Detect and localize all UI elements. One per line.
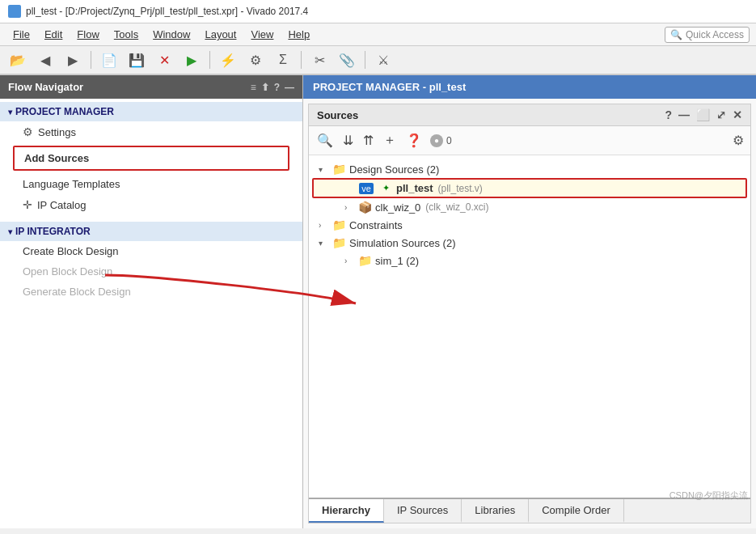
pm-chevron-icon: ▾	[8, 108, 12, 117]
menu-bar: File Edit Flow Tools Window Layout View …	[0, 23, 756, 46]
ip-catalog-item[interactable]: ✛ IP Catalog	[0, 194, 302, 215]
nav-help-icon[interactable]: ?	[274, 82, 280, 93]
constraints-row[interactable]: › 📁 Constraints	[312, 216, 747, 234]
ipi-title: IP INTEGRATOR	[15, 226, 91, 237]
ip-integrator-header[interactable]: ▾ IP INTEGRATOR	[0, 222, 302, 241]
design-sources-folder-icon: 📁	[332, 163, 346, 176]
settings-item[interactable]: ⚙ Settings	[0, 121, 302, 142]
sources-gear-icon[interactable]: ⚙	[733, 133, 744, 148]
watermark: CSDN@夕阳指尖流	[669, 490, 748, 502]
project-manager-section: ▾ PROJECT MANAGER ⚙ Settings Add Sources…	[0, 99, 302, 218]
toolbar-sep-1	[91, 51, 91, 69]
tab-compile-order[interactable]: Compile Order	[529, 499, 624, 523]
stop-button[interactable]: ✕	[153, 49, 175, 70]
flow-nav-header: Flow Navigator ≡ ⬆ ? —	[0, 75, 302, 99]
pll-test-label: pll_test	[396, 182, 433, 194]
sim-sources-folder-icon: 📁	[332, 236, 346, 249]
sources-status-circle: ●	[430, 134, 443, 147]
sources-help-icon[interactable]: ?	[665, 108, 672, 121]
pll-test-row[interactable]: ve ✦ pll_test (pll_test.v)	[312, 178, 747, 198]
sources-add-icon[interactable]: ＋	[382, 130, 398, 150]
forward-button[interactable]: ▶	[61, 49, 84, 70]
run-button[interactable]: ▶	[180, 49, 203, 70]
sim1-label: sim_1 (2)	[375, 255, 419, 267]
project-manager-header[interactable]: ▾ PROJECT MANAGER	[0, 102, 302, 121]
sim-sources-chevron: ▾	[319, 239, 328, 248]
sources-close-icon[interactable]: ✕	[733, 108, 742, 121]
settings-label: Settings	[38, 126, 76, 138]
toolbar-sep-3	[301, 51, 302, 69]
open-block-design-item: Open Block Design	[0, 261, 302, 282]
tab-ip-sources[interactable]: IP Sources	[384, 499, 462, 523]
sources-title: Sources	[317, 109, 358, 121]
sigma-button[interactable]: Σ	[272, 49, 294, 70]
tree-view: ▾ 📁 Design Sources (2) ve ✦ pll_test (pl…	[309, 155, 750, 498]
toolbar: 📂 ◀ ▶ 📄 💾 ✕ ▶ ⚡ ⚙ Σ ✂ 📎 ⚔	[0, 46, 756, 75]
new-file-button[interactable]: 📄	[98, 49, 120, 70]
sources-header: Sources ? — ⬜ ⤢ ✕	[309, 104, 750, 126]
language-templates-item[interactable]: Language Templates	[0, 174, 302, 194]
flow-nav-controls: ≡ ⬆ ? —	[251, 82, 294, 93]
title-bar: pll_test - [D:/Project/Zynq_Prj/pll_test…	[0, 0, 756, 23]
sources-collapse-all-icon[interactable]: ⇊	[341, 131, 355, 150]
sim1-row[interactable]: › 📁 sim_1 (2)	[312, 252, 747, 269]
clk-wiz-meta: (clk_wiz_0.xci)	[425, 201, 488, 213]
pll-test-ve-icon: ve	[359, 183, 374, 194]
search-box[interactable]: 🔍 Quick Access	[665, 27, 750, 43]
nav-float-icon[interactable]: ⬆	[261, 82, 269, 93]
back-button[interactable]: ◀	[34, 49, 57, 70]
sources-expand-all-icon[interactable]: ⇈	[361, 131, 375, 150]
sim-sources-row[interactable]: ▾ 📁 Simulation Sources (2)	[312, 234, 747, 252]
clk-wiz-ip-icon: 📦	[357, 201, 372, 214]
pll-test-ip-icon: ✦	[378, 183, 393, 193]
main-layout: Flow Navigator ≡ ⬆ ? — ▾ PROJECT MANAGER…	[0, 75, 756, 528]
nav-close-icon[interactable]: —	[285, 82, 294, 93]
menu-help[interactable]: Help	[281, 26, 316, 43]
generate-block-design-item: Generate Block Design	[0, 282, 302, 302]
save-button[interactable]: 💾	[125, 49, 148, 70]
constraints-label: Constraints	[349, 219, 403, 231]
menu-window[interactable]: Window	[146, 26, 196, 43]
pm-title: PROJECT MANAGER	[15, 106, 114, 117]
ipi-chevron-icon: ▾	[8, 227, 12, 236]
clip-button[interactable]: 📎	[336, 49, 358, 70]
ip-catalog-icon: ✛	[23, 198, 32, 211]
sources-minimize-icon[interactable]: —	[678, 108, 690, 121]
tab-hierarchy[interactable]: Hierarchy	[309, 499, 384, 523]
clk-wiz-label: clk_wiz_0	[375, 201, 420, 214]
toolbar-sep-2	[209, 51, 210, 69]
cut-button[interactable]: ✂	[308, 49, 331, 70]
sources-search-icon[interactable]: 🔍	[315, 131, 335, 150]
step-button[interactable]: ⚡	[217, 49, 239, 70]
menu-tools[interactable]: Tools	[108, 26, 145, 43]
menu-layout[interactable]: Layout	[198, 26, 243, 43]
sources-header-icons: ? — ⬜ ⤢ ✕	[665, 108, 742, 121]
sources-expand-icon[interactable]: ⤢	[716, 108, 726, 121]
sources-restore-icon[interactable]: ⬜	[696, 108, 710, 121]
clk-wiz-row[interactable]: › 📦 clk_wiz_0 (clk_wiz_0.xci)	[312, 198, 747, 216]
add-sources-item[interactable]: Add Sources	[13, 146, 289, 171]
constraints-chevron: ›	[319, 221, 328, 230]
sources-count: 0	[446, 135, 452, 146]
pll-test-meta: (pll_test.v)	[438, 183, 483, 194]
create-block-design-item[interactable]: Create Block Design	[0, 241, 302, 261]
nav-pin-icon[interactable]: ≡	[251, 82, 256, 93]
sources-info-icon[interactable]: ❓	[404, 131, 424, 150]
search-icon: 🔍	[670, 29, 682, 40]
title-text: pll_test - [D:/Project/Zynq_Prj/pll_test…	[26, 6, 308, 17]
sim1-chevron: ›	[344, 256, 354, 265]
menu-file[interactable]: File	[6, 26, 36, 43]
menu-edit[interactable]: Edit	[38, 26, 69, 43]
clk-wiz-chevron: ›	[344, 203, 354, 212]
sources-toolbar: 🔍 ⇊ ⇈ ＋ ❓ ● 0 ⚙	[309, 126, 750, 155]
generate-block-label: Generate Block Design	[23, 286, 131, 298]
cross-button[interactable]: ⚔	[372, 49, 395, 70]
tab-libraries[interactable]: Libraries	[462, 499, 529, 523]
design-sources-row[interactable]: ▾ 📁 Design Sources (2)	[312, 160, 747, 178]
open-folder-button[interactable]: 📂	[6, 49, 29, 70]
menu-view[interactable]: View	[244, 26, 280, 43]
panel-title: PROJECT MANAGER - pll_test	[303, 75, 756, 99]
ip-integrator-section: ▾ IP INTEGRATOR Create Block Design Open…	[0, 218, 302, 305]
settings-button[interactable]: ⚙	[244, 49, 267, 70]
menu-flow[interactable]: Flow	[70, 26, 105, 43]
